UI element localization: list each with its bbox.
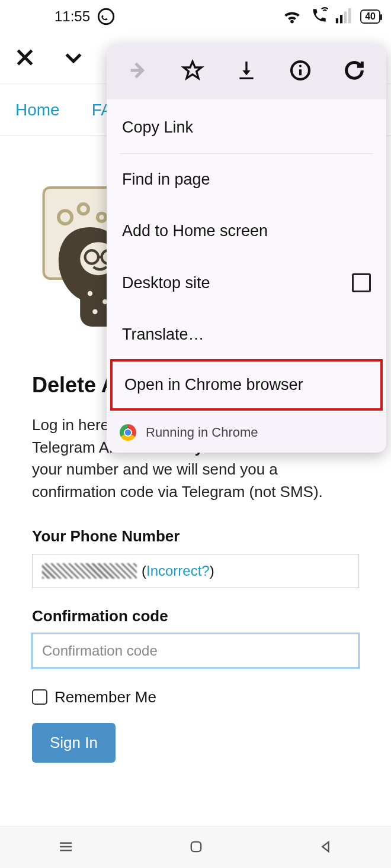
- phone-input[interactable]: (Incorrect?): [32, 554, 359, 588]
- call-wifi-icon: [308, 7, 328, 27]
- signal-icon: [334, 7, 354, 27]
- recent-apps-icon[interactable]: [57, 838, 75, 858]
- svg-point-16: [92, 309, 97, 314]
- svg-rect-20: [191, 841, 201, 851]
- status-time: 11:55: [55, 8, 90, 25]
- menu-toolbar: [107, 44, 386, 99]
- whatsapp-icon: [96, 7, 116, 27]
- svg-point-23: [299, 65, 302, 67]
- chrome-icon: [120, 424, 136, 441]
- phone-value-redacted: [42, 563, 137, 579]
- download-icon[interactable]: [235, 59, 258, 85]
- close-icon[interactable]: [13, 46, 37, 72]
- svg-point-0: [98, 9, 114, 24]
- svg-rect-2: [340, 15, 342, 23]
- phone-label: Your Phone Number: [32, 527, 359, 546]
- menu-footer: Running in Chrome: [107, 412, 386, 453]
- back-icon[interactable]: [318, 838, 334, 857]
- chrome-menu: Copy Link Find in page Add to Home scree…: [107, 44, 386, 453]
- reload-icon[interactable]: [342, 59, 366, 85]
- bookmark-icon[interactable]: [181, 59, 204, 85]
- remember-me-row[interactable]: Remember Me: [32, 688, 359, 706]
- sign-in-button[interactable]: Sign In: [32, 723, 116, 763]
- menu-translate[interactable]: Translate…: [107, 309, 386, 360]
- chevron-down-icon[interactable]: [62, 46, 85, 72]
- status-bar: 11:55 40: [0, 0, 391, 33]
- system-nav-bar: [0, 827, 391, 868]
- svg-rect-1: [336, 18, 338, 24]
- tab-home[interactable]: Home: [15, 101, 60, 120]
- home-icon[interactable]: [188, 838, 204, 857]
- menu-copy-link[interactable]: Copy Link: [107, 102, 386, 153]
- remember-checkbox[interactable]: [32, 689, 47, 705]
- running-in-chrome-label: Running in Chrome: [146, 425, 258, 440]
- info-icon[interactable]: [289, 59, 312, 85]
- menu-find-in-page[interactable]: Find in page: [107, 154, 386, 205]
- battery-indicator: 40: [360, 9, 380, 24]
- confirmation-code-input[interactable]: [32, 634, 359, 668]
- remember-label: Remember Me: [55, 688, 156, 706]
- menu-open-chrome[interactable]: Open in Chrome browser: [110, 359, 383, 411]
- wifi-icon: [282, 7, 302, 27]
- code-label: Confirmation code: [32, 607, 359, 625]
- desktop-site-checkbox[interactable]: [352, 273, 371, 292]
- svg-rect-3: [344, 12, 347, 24]
- incorrect-link[interactable]: Incorrect?: [146, 563, 210, 579]
- menu-add-home[interactable]: Add to Home screen: [107, 205, 386, 257]
- svg-point-14: [88, 291, 92, 296]
- menu-desktop-site[interactable]: Desktop site: [107, 257, 386, 309]
- svg-rect-4: [348, 8, 351, 24]
- forward-icon[interactable]: [127, 59, 150, 85]
